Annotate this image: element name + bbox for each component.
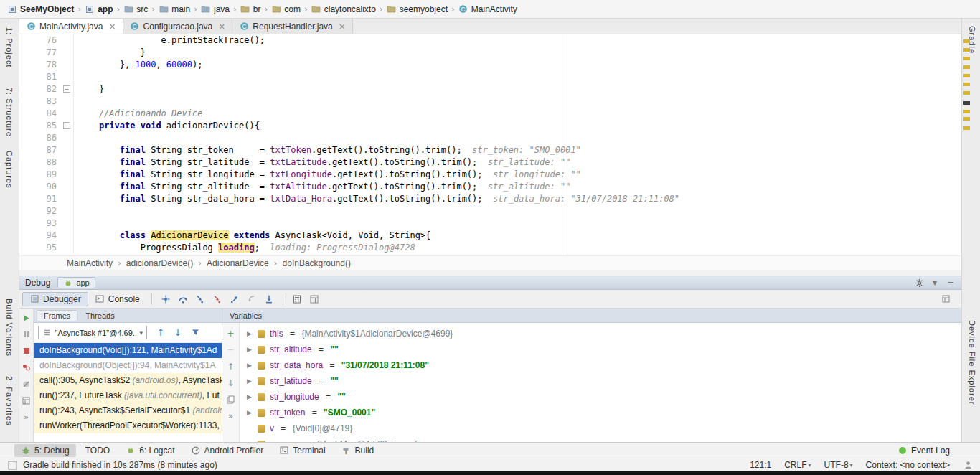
expand-icon[interactable]: ▶ — [247, 409, 253, 416]
fold-column[interactable]: − — [61, 120, 74, 132]
scrollbar-mark[interactable] — [963, 101, 970, 105]
tool-strip-button[interactable]: Build Variants — [5, 298, 14, 357]
toolwindow-button[interactable]: Terminal — [273, 444, 331, 457]
breadcrumb-item[interactable]: seemyobject — [387, 4, 448, 14]
fold-column[interactable] — [61, 34, 74, 47]
toolwindow-button[interactable]: Android Profiler — [184, 444, 270, 457]
hide-toolwindow-icon[interactable]: ─ — [946, 278, 956, 288]
breadcrumb-item[interactable]: src — [123, 4, 148, 14]
code-line[interactable]: 86 — [19, 132, 961, 144]
scrollbar-mark[interactable] — [963, 83, 970, 86]
code-line[interactable]: 87 final String str_token = txtToken.get… — [19, 144, 961, 156]
code-line[interactable]: 95 ProgressDialog loading; loading: Prog… — [19, 242, 961, 254]
toolwindow-button[interactable]: 5: Debug — [14, 444, 76, 457]
code-line[interactable]: 83 — [19, 95, 961, 108]
show-execution-point-button[interactable] — [157, 292, 174, 306]
variable-row[interactable]: ▶str_longitude = "" — [240, 389, 961, 405]
line-number[interactable]: 85 — [19, 120, 61, 132]
fold-column[interactable] — [61, 193, 74, 205]
line-number[interactable]: 94 — [19, 230, 61, 242]
line-number[interactable]: 92 — [19, 205, 61, 217]
line-number[interactable]: 87 — [19, 144, 61, 156]
fold-column[interactable] — [61, 181, 74, 193]
toolwindow-switcher-icon[interactable] — [7, 460, 17, 470]
step-into-button[interactable] — [192, 292, 209, 306]
up-arrow-button[interactable]: ↑ — [154, 326, 167, 340]
fold-column[interactable] — [61, 169, 74, 181]
line-number[interactable]: 95 — [19, 242, 61, 254]
expand-icon[interactable]: ▶ — [247, 330, 253, 337]
code-editor[interactable]: 76 e.printStackTrace();77 }78 }, 1000, 6… — [19, 34, 961, 255]
breadcrumb-item[interactable]: app — [85, 4, 113, 14]
expand-icon[interactable]: ▶ — [247, 362, 253, 369]
breadcrumb-item[interactable]: SeeMyObject — [7, 4, 74, 14]
close-icon[interactable]: × — [108, 22, 116, 32]
more-button[interactable]: » — [225, 411, 237, 421]
down-arrow-button[interactable]: ↓ — [171, 326, 184, 340]
mute-breakpoints-button[interactable] — [20, 378, 33, 390]
breadcrumb-item[interactable]: CMainActivity — [458, 4, 517, 14]
fold-column[interactable]: − — [61, 83, 74, 95]
more-button[interactable]: » — [20, 411, 33, 423]
gear-icon[interactable] — [914, 278, 924, 288]
gray-up-button[interactable]: ↑ — [225, 362, 237, 372]
fold-column[interactable] — [61, 59, 74, 71]
close-icon[interactable]: × — [339, 22, 346, 32]
step-out-button[interactable] — [226, 292, 243, 306]
context-widget[interactable]: Context: <no context> — [866, 460, 950, 470]
fold-column[interactable] — [61, 242, 74, 254]
scrollbar-mark[interactable] — [963, 57, 970, 60]
gray-down-button[interactable]: ↓ — [225, 378, 237, 388]
stack-frame[interactable]: doInBackground(Object[]):94, MainActivit… — [34, 358, 222, 373]
fold-column[interactable] — [61, 47, 74, 59]
fold-column[interactable] — [61, 95, 74, 108]
code-line[interactable]: 85− private void adicionarDevice(){ — [19, 120, 961, 132]
editor-tab[interactable]: CConfiguracao.java× — [123, 19, 233, 34]
tab-threads[interactable]: Threads — [79, 311, 121, 321]
expand-icon[interactable]: ▶ — [247, 393, 253, 400]
line-number[interactable]: 88 — [19, 156, 61, 169]
thread-selector[interactable]: "AsyncTask #1"@4.69... ▾ — [38, 326, 147, 339]
editor-breadcrumb-item[interactable]: adicionarDevice() — [126, 258, 193, 268]
variable-row[interactable]: ▶str_data_hora = "31/07/2018 21:11:08" — [240, 357, 961, 373]
copy-button[interactable] — [225, 395, 237, 405]
stack-frame[interactable]: run():243, AsyncTask$SerialExecutor$1 (a… — [34, 403, 222, 418]
fold-column[interactable] — [61, 108, 74, 120]
code-line[interactable]: 84 //Adicionando Device — [19, 108, 961, 120]
scrollbar-mark[interactable] — [963, 39, 970, 43]
line-number[interactable]: 76 — [19, 34, 61, 47]
restore-layout-button[interactable] — [937, 292, 954, 306]
code-line[interactable]: 81 — [19, 71, 961, 83]
chevron-down-icon[interactable]: ▾ — [930, 278, 940, 288]
code-line[interactable]: 91 final String str_data_hora = txtData_… — [19, 193, 961, 205]
code-line[interactable]: 94 class AdicionarDevice extends AsyncTa… — [19, 230, 961, 242]
tool-strip-button[interactable]: Captures — [5, 151, 14, 189]
code-line[interactable]: 93 — [19, 217, 961, 230]
tab-frames[interactable]: Frames — [37, 310, 77, 321]
code-line[interactable]: 77 } — [19, 47, 961, 59]
fold-column[interactable] — [61, 132, 74, 144]
pause-button[interactable] — [20, 329, 33, 340]
breadcrumb-item[interactable]: main — [159, 4, 190, 14]
tab-console[interactable]: Console — [88, 292, 146, 306]
line-number[interactable]: 81 — [19, 71, 61, 83]
editor-breadcrumb-item[interactable]: MainActivity — [67, 258, 113, 268]
breadcrumb-item[interactable]: java — [201, 4, 230, 14]
event-log-button[interactable]: Event Log — [897, 446, 980, 456]
variable-row[interactable]: ▶params = {HashMap@4776} size = 5 — [240, 436, 961, 442]
code-line[interactable]: 78 }, 1000, 60000); — [19, 59, 961, 71]
line-number[interactable]: 83 — [19, 95, 61, 108]
editor-tab[interactable]: CMainActivity.java× — [19, 19, 123, 34]
scrollbar-mark[interactable] — [963, 126, 970, 130]
fold-column[interactable] — [61, 144, 74, 156]
stack-frame[interactable]: call():305, AsyncTask$2 (android.os), As… — [34, 373, 222, 388]
code-line[interactable]: 88 final String str_latitude = txtLatitu… — [19, 156, 961, 169]
close-icon[interactable]: × — [218, 22, 225, 32]
line-number[interactable]: 90 — [19, 181, 61, 193]
view-breakpoints-button[interactable] — [20, 362, 33, 373]
stack-frame[interactable]: runWorker(ThreadPoolExecutor$Worker):113… — [34, 418, 222, 433]
fold-column[interactable] — [61, 230, 74, 242]
tool-strip-button[interactable]: 2: Favorites — [5, 376, 14, 425]
code-line[interactable]: 89 final String str_longitude = txtLongi… — [19, 169, 961, 181]
line-number[interactable]: 91 — [19, 193, 61, 205]
